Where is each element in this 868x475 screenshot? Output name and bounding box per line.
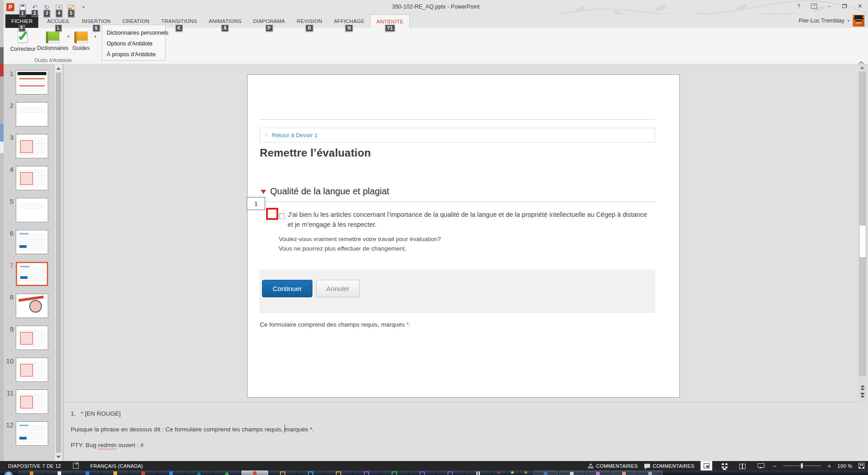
slide-thumbnail-image[interactable] [16,421,48,446]
note-text: PTY: Bug [71,442,98,448]
required-note-period: . [409,321,411,328]
slide-thumbnail-image[interactable] [16,70,48,94]
taskbar-app-button[interactable] [409,471,436,475]
agreement-checkbox[interactable] [279,213,285,219]
notes-pane[interactable]: 1. * [EN ROUGE] Puisque la phrase en des… [64,402,858,461]
taskbar-app-button[interactable] [559,471,584,475]
ribbon-display-options-button[interactable] [809,2,819,10]
scrollbar-thumb[interactable] [56,72,61,453]
taskbar-app-button[interactable] [297,471,324,475]
thumbnail-scrollbar[interactable] [55,64,62,461]
slide-canvas[interactable]: ↑ Retour à Devoir 1 Remettre l’évaluatio… [247,74,680,398]
slide-thumbnail-image[interactable] [16,198,48,222]
spellcheck-icon[interactable] [73,463,79,469]
thumbnail-sketch [18,233,45,251]
close-button[interactable]: ✕ [854,2,865,10]
book-view-icon [739,464,746,468]
taskbar-app-button[interactable] [585,471,610,475]
dictionnaires-button[interactable]: ▾ Dictionnaires [38,29,68,51]
section-header[interactable]: Qualité de la langue et plagiat [261,186,389,197]
slide-thumbnail-image[interactable] [16,166,48,190]
taskbar-app-button[interactable] [213,471,240,475]
avatar[interactable] [853,15,864,27]
ribbon-tab[interactable]: ANTIDOTE Y1 [370,14,410,28]
taskbar-app-button[interactable] [611,471,637,475]
taskbar-app-button[interactable] [381,471,408,475]
ribbon-antidote: ✓ Correcteur ▾ Dictionnaires ▾ Guides Di… [4,28,868,64]
normal-view-button[interactable] [701,461,712,471]
taskbar-app-button[interactable] [533,471,558,475]
menu-item[interactable]: Dictionnaires personnels [102,27,165,38]
continue-button[interactable]: Continuer [262,280,312,297]
language-indicator[interactable]: FRANÇAIS (CANADA) [90,463,143,469]
taskbar-app-button[interactable] [506,471,519,475]
taskbar-app-button[interactable] [325,471,352,475]
keytip-badge: Y1 [385,25,395,32]
taskbar-app-button[interactable] [74,471,101,475]
scroll-up-arrow-icon[interactable] [56,67,61,70]
taskbar-app-button[interactable] [130,471,157,475]
taskbar-app-button[interactable] [0,471,17,475]
taskbar-app-button[interactable] [102,471,129,475]
zoom-level[interactable]: 100 % [837,463,852,469]
ribbon-tab[interactable]: DIAPORAMA P [247,14,291,28]
background-fragment [0,47,4,64]
ribbon-tab[interactable]: ANIMATIONS À [203,14,248,28]
taskbar-app-button[interactable] [158,471,185,475]
correcteur-button[interactable]: ✓ Correcteur [8,29,38,52]
slide-thumbnail-image[interactable] [16,294,48,318]
background-fragment [0,0,4,47]
thumbnail-sketch [18,328,45,347]
scroll-up-arrow-icon[interactable] [860,67,864,69]
collapse-ribbon-button[interactable] [858,58,865,63]
slide-sorter-view-button[interactable] [719,461,730,471]
back-link-box: ↑ Retour à Devoir 1 [259,128,655,143]
taskbar-app-button[interactable] [637,471,663,475]
slide-thumbnail-image[interactable] [16,358,48,382]
ribbon-tab[interactable]: RÉVISION R [291,14,328,28]
guides-button[interactable]: ▾ Guides [68,29,95,51]
slide-thumbnail-image[interactable] [16,102,48,126]
taskbar-app-button[interactable] [269,471,296,475]
taskbar-app-button[interactable] [465,471,492,475]
account-area[interactable]: Pier-Luc Tremblay ▾ [799,13,864,28]
zoom-in-button[interactable]: + [827,462,831,470]
restore-button[interactable] [839,2,850,10]
next-slide-button[interactable] [859,393,866,399]
previous-slide-button[interactable] [859,385,866,391]
menu-item[interactable]: À propos d'Antidote [102,49,165,60]
notes-toggle-button[interactable]: COMMENTAIRES [588,463,638,469]
slide-thumbnail-image[interactable] [16,390,48,414]
taskbar-app-button[interactable] [18,471,45,475]
fit-slide-to-window-button[interactable] [859,463,864,469]
taskbar-app-button[interactable] [353,471,380,475]
button-label: Guides [72,45,90,51]
editor-scrollbar[interactable] [858,64,867,402]
taskbar-app-button[interactable] [493,471,505,475]
ribbon-tab[interactable]: AFFICHAGE N [328,14,371,28]
taskbar-app-button[interactable] [437,471,464,475]
help-button[interactable]: ? [793,2,804,10]
slide-thumbnail-image[interactable] [16,134,48,158]
minimize-button[interactable]: – [824,2,835,10]
slide-thumbnail-image[interactable] [16,230,48,254]
menu-item[interactable]: Options d'Antidote [102,38,165,49]
comments-toggle-button[interactable]: COMMENTAIRES [644,463,695,469]
zoom-slider[interactable] [783,461,821,471]
taskbar-app-button[interactable] [185,471,212,475]
slide-thumbnail-image[interactable] [16,262,48,286]
scrollbar-track[interactable] [859,72,866,376]
zoom-slider-thumb[interactable] [801,463,803,468]
zoom-out-button[interactable]: − [773,462,776,470]
back-link[interactable]: Retour à Devoir 1 [272,132,318,139]
scrollbar-thumb[interactable] [859,225,866,258]
slide-thumbnail-image[interactable] [16,326,48,350]
scroll-down-arrow-icon[interactable] [56,456,61,458]
slideshow-view-button[interactable] [755,461,766,471]
taskbar-app-button[interactable] [520,471,532,475]
taskbar-app-button[interactable] [241,471,268,475]
chevron-up-icon [858,61,864,64]
cancel-button[interactable]: Annuler [316,280,360,297]
taskbar-app-button[interactable] [46,471,73,475]
reading-view-button[interactable] [737,461,748,471]
